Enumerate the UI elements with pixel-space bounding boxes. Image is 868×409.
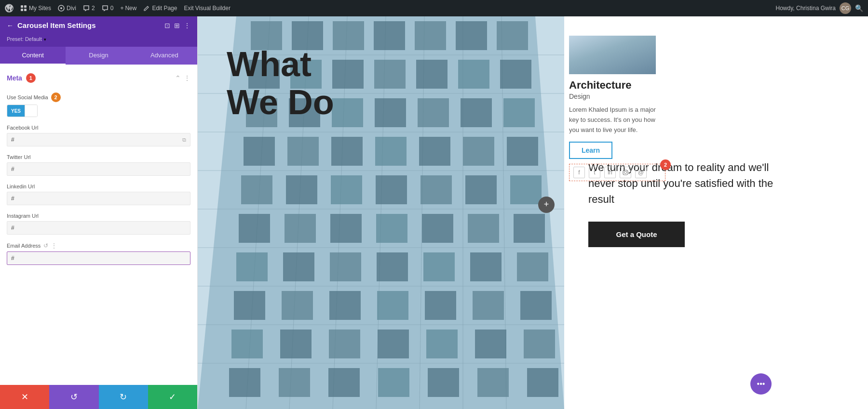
svg-rect-28 [374,21,405,50]
add-section-button[interactable]: + [538,197,555,213]
svg-rect-44 [461,98,492,127]
tab-design[interactable]: Design [66,47,131,65]
svg-point-97 [626,171,627,172]
svg-rect-27 [333,21,364,50]
instagram-url-input[interactable]: # [7,221,190,235]
panel-more-icon[interactable]: ⋮ [184,22,190,29]
admin-bar: My Sites Divi 2 0 + New Edit Page Exit V… [0,0,868,16]
linkedin-social-icon[interactable]: in [604,167,616,178]
instagram-url-label: Instagram Url [7,213,190,219]
email-social-icon[interactable]: @ [635,167,647,178]
svg-rect-59 [510,175,542,204]
panel-expand-icon[interactable]: ⊡ [164,22,170,29]
new-menu[interactable]: + New [120,5,136,12]
svg-rect-47 [287,137,319,166]
redo-button[interactable]: ↻ [99,385,148,409]
learn-button[interactable]: Learn [569,142,612,159]
svg-rect-90 [328,368,360,397]
my-sites-menu[interactable]: My Sites [20,5,51,12]
section-header-left: Meta 1 [7,73,36,83]
svg-rect-89 [279,368,310,397]
wordpress-icon[interactable] [5,4,14,13]
preset-label[interactable]: Preset: Default [7,36,42,42]
admin-bar-right: Howdy, Christina Gwira CG 🔍 [776,2,863,14]
use-social-media-label: Use Social Media 2 [7,92,190,102]
section-options-icon[interactable]: ⋮ [184,74,190,82]
email-address-input[interactable]: # [7,251,190,265]
get-quote-button[interactable]: Get a Quote [588,222,685,247]
card-body: Lorem Khaled Ipsum is a major key to suc… [569,105,665,135]
section-controls: ⌃ ⋮ [175,74,190,82]
svg-rect-94 [527,368,558,397]
facebook-social-icon[interactable]: f [573,167,585,178]
panel-layout-icon[interactable]: ⊞ [174,22,180,29]
building-section: What We Do + [198,16,564,409]
svg-rect-73 [517,252,548,281]
toggle-switch[interactable]: YES [7,105,38,117]
svg-rect-92 [428,368,459,397]
svg-rect-1 [21,5,23,8]
panel-preset: Preset: Default ▾ [0,33,197,47]
twitter-url-field: Twitter Url # [0,151,197,179]
main-area: ← Carousel Item Settings ⊡ ⊞ ⋮ Preset: D… [0,16,868,409]
section-title: Meta [7,74,22,82]
panel-header: ← Carousel Item Settings ⊡ ⊞ ⋮ [0,16,197,33]
svg-rect-53 [241,175,272,204]
panel-content: Meta 1 ⌃ ⋮ Use Social Media 2 YES [0,65,197,385]
instagram-social-icon[interactable] [620,167,631,178]
tab-content[interactable]: Content [0,47,66,65]
svg-rect-86 [475,330,506,358]
email-reset-icon[interactable]: ↺ [43,242,48,249]
svg-rect-64 [422,214,453,243]
cancel-button[interactable]: ✕ [0,385,49,409]
svg-rect-35 [374,60,406,89]
svg-rect-65 [468,214,499,243]
panel-tabs: Content Design Advanced [0,47,197,65]
facebook-url-input[interactable]: # ⧉ [7,133,190,146]
exit-visual-builder[interactable]: Exit Visual Builder [184,5,231,12]
undo-button[interactable]: ↺ [49,385,98,409]
linkedin-url-input[interactable]: # [7,192,190,205]
twitter-url-input[interactable]: # [7,162,190,176]
divi-menu[interactable]: Divi [58,5,76,12]
svg-rect-37 [458,60,489,89]
facebook-url-label: Facebook Url [7,125,190,131]
instagram-url-field: Instagram Url # [0,210,197,237]
svg-rect-31 [497,21,528,50]
svg-rect-56 [376,175,407,204]
svg-rect-67 [236,252,268,281]
comments-count[interactable]: 2 [83,5,95,12]
twitter-social-icon[interactable]: t [589,167,600,178]
save-button[interactable]: ✓ [148,385,197,409]
divi-label: Divi [67,5,76,12]
back-icon[interactable]: ← [7,22,14,29]
email-more-icon[interactable]: ⋮ [51,242,57,249]
svg-rect-93 [477,368,509,397]
admin-bar-left: My Sites Divi 2 0 + New Edit Page Exit V… [5,4,768,13]
svg-rect-41 [332,98,363,127]
hero-line2: We Do [227,83,334,121]
svg-rect-52 [507,137,538,166]
svg-rect-82 [280,330,312,358]
svg-rect-42 [375,98,406,127]
svg-rect-36 [416,60,448,89]
svg-rect-87 [524,330,555,358]
svg-rect-48 [331,137,363,166]
twitter-url-label: Twitter Url [7,154,190,160]
hero-text: What We Do [227,45,334,121]
hero-line1: What [227,45,334,83]
tab-advanced[interactable]: Advanced [132,47,197,65]
svg-rect-71 [423,252,455,281]
social-row: f t in @ 2 [569,164,665,181]
comment-zero[interactable]: 0 [102,5,114,12]
edit-page-menu[interactable]: Edit Page [143,5,177,12]
search-icon[interactable]: 🔍 [855,4,863,12]
exit-builder-label: Exit Visual Builder [184,5,231,12]
section-collapse-icon[interactable]: ⌃ [175,74,181,82]
svg-rect-60 [239,214,270,243]
card-image [569,36,656,74]
svg-rect-43 [418,98,449,127]
social-media-badge: 2 [51,92,61,102]
svg-rect-45 [503,98,535,127]
floating-dots-button[interactable]: ••• [750,373,772,395]
